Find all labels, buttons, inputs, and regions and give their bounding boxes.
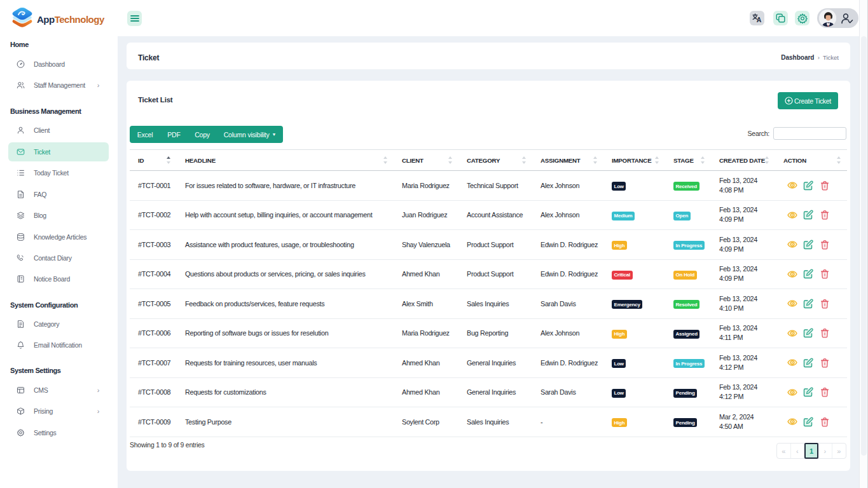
svg-text:A: A [757, 16, 762, 23]
